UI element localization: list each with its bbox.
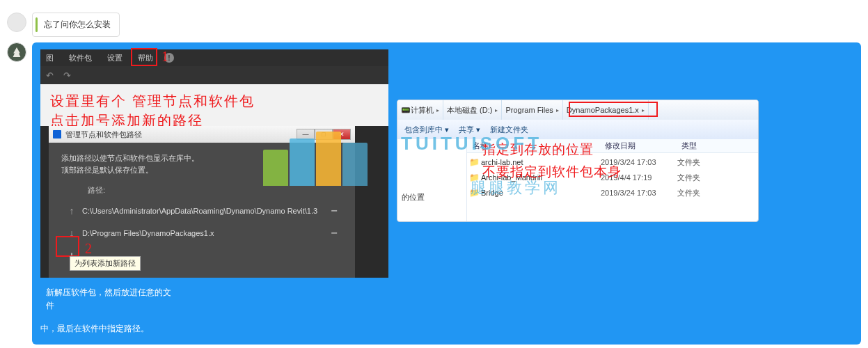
dynamo-canvas: 设置里有个 管理节点和软件包 点击加号添加新的路径 <box>40 84 388 126</box>
avatar-replier <box>7 42 26 62</box>
file-name: archi-lab.net <box>481 158 601 166</box>
explorer-toolbar: 包含到库中 共享 新建文件夹 <box>397 120 758 139</box>
menu-help[interactable]: 帮助 <box>138 53 153 63</box>
blue-post-text: 中，最后在软件中指定路径。 <box>40 322 853 335</box>
blue-trailing-text: 新解压软件包，然后放进任意的文件 <box>46 286 171 313</box>
path-row-1: ↑ C:\Users\Administrator\AppData\Roaming… <box>61 200 342 222</box>
sidebar-item[interactable]: 的位置 <box>402 192 462 203</box>
file-date: 2019/4/4 17:19 <box>601 173 677 182</box>
file-type: 文件夹 <box>677 188 758 198</box>
file-row[interactable]: 📁 archi-lab.net 2019/3/24 17:03 文件夹 <box>467 155 758 170</box>
dialog-desc-1: 添加路径以使节点和软件包显示在库中。 <box>61 154 199 162</box>
dynamo-window: 图 软件包 设置 帮助 ! 1 ↶ ↷ 设置里有个 管理节点和软件包 点击加号添… <box>40 49 388 278</box>
column-headers[interactable]: 名称 修改日期 类型 <box>467 139 758 153</box>
explorer-sidebar: 的位置 <box>397 139 467 221</box>
col-name[interactable]: 名称 <box>467 141 599 151</box>
redo-icon[interactable]: ↷ <box>63 70 71 81</box>
share-menu[interactable]: 共享 <box>459 125 480 135</box>
include-in-library[interactable]: 包含到库中 <box>404 125 449 135</box>
crumb-computer[interactable]: 📟 计算机▸ <box>397 100 443 120</box>
explorer-window: 📟 计算机▸ 本地磁盘 (D:)▸ Program Files▸ DynamoP… <box>397 100 759 222</box>
minimize-button[interactable]: — <box>297 129 315 140</box>
dialog-desc-2: 顶部路径是默认保存位置。 <box>61 166 153 174</box>
file-name: Bridge <box>481 189 601 197</box>
col-date[interactable]: 修改日期 <box>599 141 676 151</box>
file-list: 📁 archi-lab.net 2019/3/24 17:03 文件夹📁 Arc… <box>467 153 758 202</box>
dynamo-toolbar: ↶ ↷ <box>40 66 388 84</box>
message-row-2: 图 软件包 设置 帮助 ! 1 ↶ ↷ 设置里有个 管理节点和软件包 点击加号添… <box>7 42 861 345</box>
app-icon <box>53 130 61 139</box>
path-text-1: C:\Users\Administrator\AppData\Roaming\D… <box>82 207 326 215</box>
message-row-1: 忘了问你怎么安装 <box>7 13 861 37</box>
file-row[interactable]: 📁 Bridge 2019/3/24 17:03 文件夹 <box>467 185 758 200</box>
menu-settings[interactable]: 设置 <box>107 53 123 63</box>
file-type: 文件夹 <box>677 173 758 183</box>
folder-icon: 📁 <box>467 188 481 198</box>
remove-path-1[interactable]: − <box>326 205 342 217</box>
crumb-dynamopackages[interactable]: DynamoPackages1.x▸ <box>563 100 649 120</box>
folder-icon: 📁 <box>467 173 481 182</box>
new-folder[interactable]: 新建文件夹 <box>490 125 528 135</box>
chat-bubble-image: 图 软件包 设置 帮助 ! 1 ↶ ↷ 设置里有个 管理节点和软件包 点击加号添… <box>32 42 861 345</box>
address-bar[interactable]: 📟 计算机▸ 本地磁盘 (D:)▸ Program Files▸ DynamoP… <box>397 100 758 120</box>
annotation-number-1: 1 <box>161 49 168 65</box>
file-name: Archi-lab_Mandrill <box>481 173 601 182</box>
menu-view[interactable]: 图 <box>46 53 54 63</box>
path-dialog: 管理节点和软件包路径 — □ ✕ 添加路径以使节点和软件包显示在库中。 顶部路径… <box>49 126 355 278</box>
path-text-2: D:\Program Files\DynamoPackages1.x <box>82 229 326 237</box>
menu-packages[interactable]: 软件包 <box>69 53 92 63</box>
undo-icon[interactable]: ↶ <box>46 70 54 81</box>
move-down-icon[interactable]: ↓ <box>61 228 82 239</box>
move-up-icon[interactable]: ↑ <box>61 205 82 216</box>
path-row-2: ↓ D:\Program Files\DynamoPackages1.x − <box>61 222 342 244</box>
dynamo-menubar: 图 软件包 设置 帮助 ! <box>40 49 388 66</box>
dialog-titlebar: 管理节点和软件包路径 — □ ✕ <box>49 126 355 143</box>
add-path-tooltip: 为列表添加新路径 <box>70 256 141 271</box>
crumb-drive-d[interactable]: 本地磁盘 (D:)▸ <box>443 100 502 120</box>
col-type[interactable]: 类型 <box>676 141 758 151</box>
remove-path-2[interactable]: − <box>326 227 342 239</box>
annotation-text-1: 设置里有个 管理节点和软件包 <box>50 91 379 111</box>
folder-icon: 📁 <box>467 157 481 167</box>
file-type: 文件夹 <box>677 157 758 168</box>
annotation-number-2: 2 <box>85 241 92 257</box>
file-date: 2019/3/24 17:03 <box>601 158 677 166</box>
chat-text-1: 忘了问你怎么安装 <box>41 19 111 31</box>
path-header: 路径: <box>88 185 105 196</box>
file-date: 2019/3/24 17:03 <box>601 189 677 197</box>
file-row[interactable]: 📁 Archi-lab_Mandrill 2019/4/4 17:19 文件夹 <box>467 170 758 185</box>
avatar-user <box>7 13 26 32</box>
close-button[interactable]: ✕ <box>333 129 351 140</box>
dialog-title: 管理节点和软件包路径 <box>65 129 142 140</box>
chat-bubble-1: 忘了问你怎么安装 <box>32 13 120 37</box>
crumb-program-files[interactable]: Program Files▸ <box>502 100 562 120</box>
maximize-button[interactable]: □ <box>315 129 333 140</box>
